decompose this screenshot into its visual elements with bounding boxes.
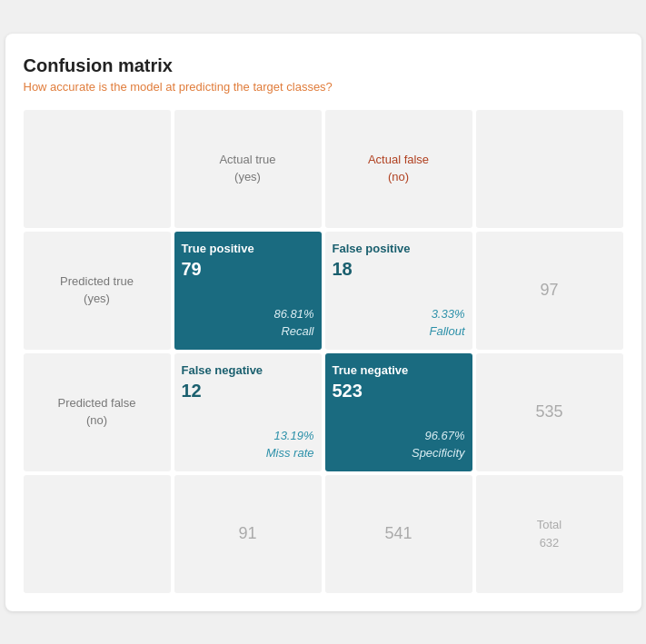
confusion-matrix-card: Confusion matrix How accurate is the mod… [5,34,641,611]
cell-blank-topright [476,110,623,228]
cell-true-positive: True positive 79 86.81% Recall [174,232,322,350]
cell-true-negative: True negative 523 96.67% Specificity [325,353,472,471]
predicted-false-label: Predicted false(no) [58,395,136,428]
cell-row1-total: 97 [476,232,623,350]
cell-actual-false: Actual false(no) [325,110,472,228]
false-negative-stat: 13.19% Miss rate [266,427,314,462]
true-negative-count: 523 [333,381,363,401]
false-positive-count: 18 [333,259,353,280]
cell-false-positive: False positive 18 3.33% Fallout [325,232,472,350]
grand-total-label: Total 632 [537,516,562,551]
true-negative-label: True negative [333,362,409,379]
false-negative-label: False negative [182,362,263,379]
actual-true-label: Actual true(yes) [219,152,275,184]
cell-row2-total: 535 [476,353,623,471]
cell-blank-bottomleft [24,475,171,593]
cell-false-negative: False negative 12 13.19% Miss rate [174,353,322,471]
true-positive-count: 79 [182,259,202,280]
actual-false-label: Actual false(no) [368,152,429,184]
true-negative-stat: 96.67% Specificity [412,427,465,462]
cell-predicted-true: Predicted true(yes) [24,232,171,350]
page-subtitle: How accurate is the model at predicting … [24,80,623,94]
cell-blank-topleft [24,110,171,228]
col1-total-value: 91 [238,524,256,543]
page-title: Confusion matrix [24,55,623,76]
predicted-true-label: Predicted true(yes) [60,273,134,306]
matrix-grid: Actual true(yes) Actual false(no) Predic… [24,110,623,593]
true-positive-label: True positive [182,241,254,257]
false-positive-label: False positive [333,241,411,257]
false-positive-stat: 3.33% Fallout [429,305,464,341]
row1-total-value: 97 [540,281,558,300]
cell-actual-true: Actual true(yes) [174,110,322,228]
false-negative-count: 12 [182,381,202,401]
cell-col1-total: 91 [174,475,322,593]
cell-predicted-false: Predicted false(no) [24,353,171,471]
row2-total-value: 535 [535,402,562,421]
cell-grand-total: Total 632 [476,475,623,593]
true-positive-stat: 86.81% Recall [273,305,313,341]
cell-col2-total: 541 [325,475,472,593]
col2-total-value: 541 [384,524,412,543]
